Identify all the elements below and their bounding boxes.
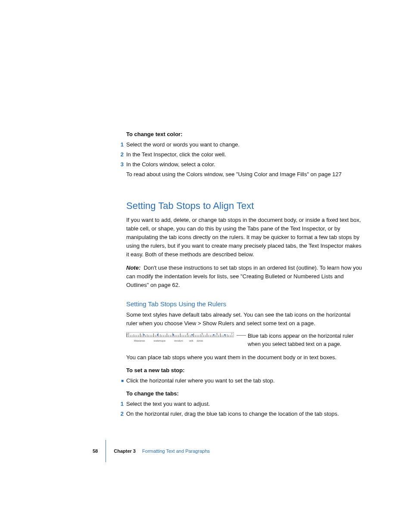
ruler-callout: Blue tab icons appear on the horizontal … xyxy=(248,332,362,348)
step-text: In the Text Inspector, click the color w… xyxy=(126,150,362,159)
step-number: 2 xyxy=(118,410,126,418)
intro-heading: To change text color: xyxy=(126,130,362,139)
section-paragraph: If you want to add, delete, or change ta… xyxy=(126,216,362,259)
step-text: In the Colors window, select a color. To… xyxy=(126,160,362,178)
change-step-2: 2 On the horizontal ruler, drag the blue… xyxy=(126,410,362,418)
set-new-heading: To set a new tab stop: xyxy=(126,366,362,375)
section-title: Setting Tab Stops to Align Text xyxy=(126,199,362,213)
ruler-graphic: 01234567▾▾▾▾▾▾ Maecenasscelerisquetincid… xyxy=(126,332,234,343)
step-text: Select the word or words you want to cha… xyxy=(126,140,362,149)
step-text: On the horizontal ruler, drag the blue t… xyxy=(126,410,362,418)
after-figure-text: You can place tab stops where you want t… xyxy=(126,353,362,362)
footer-divider xyxy=(106,440,106,462)
step-text-inner: In the Colors window, select a color. xyxy=(126,161,215,168)
step-number: 3 xyxy=(118,160,126,178)
footer-chapter-block: Chapter 3 Formatting Text and Paragraphs xyxy=(114,440,210,462)
content-column: To change text color: 1 Select the word … xyxy=(126,130,362,420)
ruler-sample-text: Maecenasscelerisquetinciduntvelitdonec xyxy=(126,339,234,343)
subsection-paragraph: Some text styles have default tabs alrea… xyxy=(126,311,362,328)
callout-leader xyxy=(237,335,246,336)
note-label: Note: xyxy=(126,264,140,271)
footer-chapter-title: Formatting Text and Paragraphs xyxy=(142,448,210,454)
step-number: 1 xyxy=(118,140,126,149)
bullet-text: Click the horizontal ruler where you wan… xyxy=(126,376,362,385)
step-followup: To read about using the Colors window, s… xyxy=(126,170,362,179)
change-step-1: 1 Select the text you want to adjust. xyxy=(126,400,362,408)
step-3: 3 In the Colors window, select a color. … xyxy=(126,160,362,178)
step-number: 1 xyxy=(118,400,126,408)
note-text: Don't use these instructions to set tab … xyxy=(126,264,362,288)
bullet-icon: ■ xyxy=(118,376,126,385)
step-1: 1 Select the word or words you want to c… xyxy=(126,140,362,149)
step-2: 2 In the Text Inspector, click the color… xyxy=(126,150,362,159)
change-tabs-heading: To change the tabs: xyxy=(126,389,362,398)
step-number: 2 xyxy=(118,150,126,159)
page-number: 58 xyxy=(93,440,98,462)
section-note: Note: Don't use these instructions to se… xyxy=(126,264,362,289)
footer-chapter: Chapter 3 xyxy=(114,448,136,454)
bullet-step: ■ Click the horizontal ruler where you w… xyxy=(126,376,362,385)
step-text: Select the text you want to adjust. xyxy=(126,400,362,408)
page: To change text color: 1 Select the word … xyxy=(0,0,411,532)
page-footer: 58 Chapter 3 Formatting Text and Paragra… xyxy=(93,440,210,462)
ruler-icon: 01234567▾▾▾▾▾▾ xyxy=(126,332,234,337)
subsection-title: Setting Tab Stops Using the Rulers xyxy=(126,299,362,309)
ruler-figure: 01234567▾▾▾▾▾▾ Maecenasscelerisquetincid… xyxy=(126,332,362,348)
